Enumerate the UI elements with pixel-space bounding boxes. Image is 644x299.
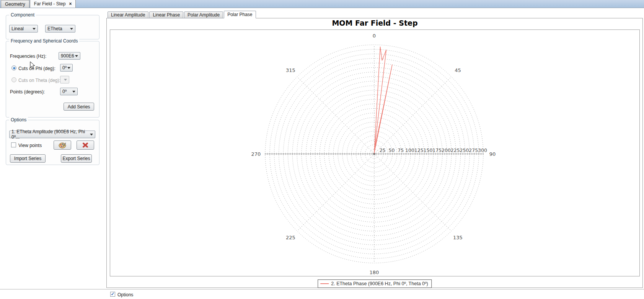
palette-icon bbox=[58, 142, 67, 149]
cuts-on-phi-value: 0º bbox=[62, 65, 67, 70]
chevron-down-icon bbox=[75, 55, 78, 57]
svg-text:75: 75 bbox=[398, 147, 404, 153]
frequencies-dropdown[interactable]: 900E6 bbox=[59, 52, 80, 60]
chevron-down-icon bbox=[70, 28, 73, 30]
tab-linear-phase-label: Linear Phase bbox=[153, 12, 180, 18]
svg-text:275: 275 bbox=[469, 147, 478, 153]
tab-far-field-step[interactable]: Far Field - Step × bbox=[30, 0, 76, 8]
tab-polar-amplitude-label: Polar Amplitude bbox=[187, 12, 220, 18]
view-points-checkbox[interactable] bbox=[11, 142, 16, 147]
chevron-down-icon bbox=[33, 28, 36, 30]
component-group-title: Component bbox=[9, 12, 36, 18]
cuts-on-theta-dropdown bbox=[60, 76, 69, 83]
svg-text:50: 50 bbox=[389, 147, 395, 153]
export-series-button[interactable]: Export Series bbox=[61, 154, 92, 163]
add-series-button[interactable]: Add Series bbox=[64, 103, 94, 111]
svg-text:225: 225 bbox=[451, 147, 460, 153]
tab-polar-phase-label: Polar Phase bbox=[227, 12, 252, 17]
svg-text:225: 225 bbox=[286, 235, 295, 240]
chart-legend: 2. ETheta Phase (900E6 Hz, Phi 0º, Theta… bbox=[318, 279, 432, 288]
svg-text:135: 135 bbox=[453, 235, 463, 240]
cuts-on-theta-radio bbox=[11, 77, 16, 82]
svg-text:25: 25 bbox=[380, 147, 386, 153]
options-checkbox-label: Options bbox=[117, 292, 133, 297]
polar-plot-svg: 2550751001251501752002252502753000459013… bbox=[110, 30, 639, 276]
options-group-title: Options bbox=[9, 117, 28, 123]
chart-title: MOM Far Field - Step bbox=[110, 19, 640, 27]
svg-text:200: 200 bbox=[442, 147, 451, 153]
import-series-label: Import Series bbox=[14, 156, 41, 161]
delete-series-button[interactable] bbox=[77, 141, 94, 150]
series-selector-value: 1. ETheta Amplitude (900E6 Hz, Phi 0º... bbox=[11, 129, 90, 140]
legend-line-swatch bbox=[320, 283, 329, 284]
tab-geometry[interactable]: Geometry bbox=[1, 0, 29, 8]
chevron-down-icon bbox=[64, 79, 67, 81]
series-color-button[interactable] bbox=[54, 141, 71, 150]
footer-separator bbox=[0, 289, 644, 289]
view-points-label: View points bbox=[18, 143, 42, 148]
svg-text:270: 270 bbox=[251, 151, 261, 157]
export-series-label: Export Series bbox=[62, 156, 90, 161]
svg-text:90: 90 bbox=[489, 151, 496, 157]
svg-text:125: 125 bbox=[414, 147, 424, 153]
points-label: Points (degrees): bbox=[10, 89, 45, 95]
tab-far-field-step-label: Far Field - Step bbox=[34, 1, 66, 7]
svg-text:180: 180 bbox=[370, 270, 379, 275]
tab-polar-amplitude[interactable]: Polar Amplitude bbox=[184, 11, 223, 18]
cuts-on-phi-label: Cuts on Phi (deg): bbox=[18, 66, 55, 71]
points-value: 0º bbox=[62, 89, 67, 94]
polar-chart: 2550751001251501752002252502753000459013… bbox=[110, 29, 640, 276]
options-checkbox[interactable]: ✓ bbox=[110, 292, 115, 297]
tab-geometry-label: Geometry bbox=[5, 2, 25, 7]
svg-text:45: 45 bbox=[455, 67, 461, 73]
svg-text:250: 250 bbox=[460, 147, 469, 153]
add-series-label: Add Series bbox=[68, 104, 90, 109]
tab-linear-amplitude[interactable]: Linear Amplitude bbox=[108, 11, 148, 18]
cuts-on-phi-dropdown[interactable]: 0º bbox=[60, 64, 73, 72]
tab-polar-phase[interactable]: Polar Phase bbox=[224, 11, 256, 18]
component-type-value: Lineal bbox=[11, 26, 24, 31]
svg-text:175: 175 bbox=[432, 147, 442, 153]
series-selector-dropdown[interactable]: 1. ETheta Amplitude (900E6 Hz, Phi 0º... bbox=[9, 131, 95, 138]
tab-linear-phase[interactable]: Linear Phase bbox=[149, 11, 183, 18]
mouse-cursor-icon bbox=[30, 61, 35, 69]
svg-text:150: 150 bbox=[424, 147, 433, 153]
component-field-dropdown[interactable]: ETheta bbox=[45, 25, 75, 33]
svg-text:100: 100 bbox=[405, 147, 414, 153]
import-series-button[interactable]: Import Series bbox=[10, 154, 46, 163]
cuts-on-theta-label: Cuts on Theta (deg): bbox=[18, 78, 60, 83]
chevron-down-icon bbox=[90, 134, 93, 136]
component-type-dropdown[interactable]: Lineal bbox=[9, 25, 38, 33]
chevron-down-icon bbox=[67, 67, 70, 69]
frequencies-value: 900E6 bbox=[61, 53, 74, 59]
tab-linear-amplitude-label: Linear Amplitude bbox=[111, 12, 145, 18]
cuts-on-phi-radio[interactable] bbox=[11, 65, 16, 70]
plot-tab-bar: Linear Amplitude Linear Phase Polar Ampl… bbox=[108, 11, 257, 18]
chevron-down-icon bbox=[72, 91, 75, 93]
svg-text:0: 0 bbox=[373, 33, 376, 39]
delete-x-icon bbox=[82, 142, 88, 148]
close-tab-icon[interactable]: × bbox=[69, 2, 72, 6]
frequency-group-title: Frequency and Spherical Coords bbox=[9, 38, 79, 44]
frequencies-label: Frequencies (Hz): bbox=[10, 54, 46, 59]
legend-label: 2. ETheta Phase (900E6 Hz, Phi 0º, Theta… bbox=[331, 281, 428, 286]
component-field-value: ETheta bbox=[47, 26, 62, 31]
points-dropdown[interactable]: 0º bbox=[60, 88, 78, 95]
svg-text:315: 315 bbox=[286, 67, 295, 73]
window-tab-strip: Geometry Far Field - Step × bbox=[0, 0, 644, 8]
svg-text:300: 300 bbox=[478, 147, 487, 153]
